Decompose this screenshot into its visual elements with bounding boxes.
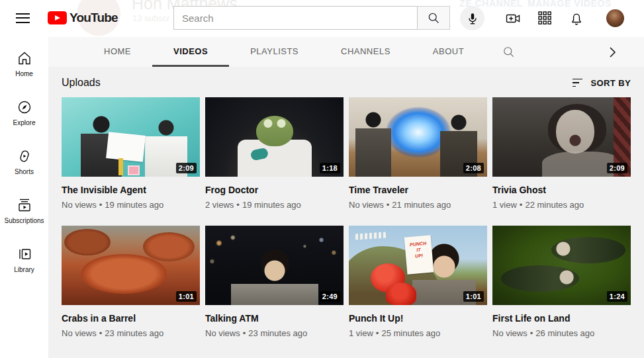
video-card: 1:01 Crabs in a Barrel No views•23 minut… [62,226,200,338]
meta-separator: • [243,328,246,338]
youtube-logo-text: YouTube [69,11,118,25]
notifications-bell-icon [569,11,584,26]
youtube-logo[interactable]: YouTube [48,11,118,25]
video-age: 19 minutes ago [105,200,163,210]
video-duration-badge: 1:01 [463,291,484,302]
video-card: PUNCH IT UP! 1:01 Punch It Up! 1 view•25… [349,226,487,338]
video-title[interactable]: The Invisible Agent [62,185,200,195]
channel-search-button[interactable] [485,37,532,67]
video-thumbnail[interactable]: 2:09 [62,97,200,177]
create-video-button[interactable] [505,11,521,26]
video-meta: No views•19 minutes ago [62,200,200,210]
video-age: 26 minutes ago [535,328,594,338]
search-input[interactable] [173,6,418,30]
thumbnail-art [143,232,195,261]
account-avatar[interactable] [606,9,624,27]
tab-channels[interactable]: CHANNELS [320,37,412,67]
uploads-header: Uploads SORT BY [48,67,644,97]
hollywood-sign-art [355,232,387,240]
create-video-icon [505,11,521,26]
sidebar-item-library[interactable]: Library [0,233,48,282]
masthead-foreground: YouTube [0,0,644,37]
sidebar-item-explore[interactable]: Explore [0,86,48,135]
video-duration-badge: 2:09 [176,163,197,173]
video-views: No views [62,328,97,338]
video-age: 19 minutes ago [242,200,301,210]
masthead: Hon Matthews 13 subscr ZE CHANNEL MANAGE… [0,0,644,37]
sidebar-label: Explore [13,119,36,126]
sort-by-label: SORT BY [590,78,631,88]
microphone-icon [465,11,480,26]
apps-grid-icon [537,11,552,25]
video-age: 22 minutes ago [525,200,584,210]
thumbnail-art [118,158,123,175]
explore-compass-icon [17,99,32,115]
sort-icon [573,79,584,87]
video-title[interactable]: Punch It Up! [349,313,487,324]
tab-about[interactable]: ABOUT [412,37,485,67]
youtube-apps-button[interactable] [537,11,553,26]
video-card: 1:24 First Life on Land No views•26 minu… [492,226,631,338]
meta-separator: • [236,200,240,210]
thumbnail-sign-text: PUNCH IT UP! [404,235,434,274]
video-card: 2:08 Time Traveler No views•21 minutes a… [349,97,487,210]
thumbnail-art [556,110,594,154]
video-duration-badge: 2:08 [463,163,484,173]
hamburger-menu-icon[interactable] [16,13,30,23]
video-thumbnail[interactable]: 1:24 [492,226,631,305]
boxing-glove-art [386,283,416,305]
meta-separator: • [520,200,523,210]
video-title[interactable]: Frog Doctor [205,185,344,195]
video-grid: 2:09 The Invisible Agent No views•19 min… [48,97,644,350]
video-thumbnail[interactable]: 1:01 [62,226,200,305]
video-title[interactable]: Trivia Ghost [492,185,631,195]
video-views: 2 views [205,200,234,210]
video-title[interactable]: Talking ATM [205,313,344,324]
video-duration-badge: 2:49 [320,291,340,302]
video-meta: 1 view•22 minutes ago [492,200,631,210]
youtube-play-icon [48,11,67,24]
channel-content: HOME VIDEOS PLAYLISTS CHANNELS ABOUT Upl… [48,37,644,358]
video-views: No views [62,200,97,210]
video-card: 2:09 Trivia Ghost 1 view•22 minutes ago [492,97,631,210]
video-thumbnail[interactable]: PUNCH IT UP! 1:01 [349,226,487,305]
video-title[interactable]: Time Traveler [349,185,487,195]
tab-home[interactable]: HOME [83,37,152,67]
tab-videos[interactable]: VIDEOS [152,37,229,67]
video-title[interactable]: Crabs in a Barrel [62,313,200,324]
video-meta: 1 view•25 minutes ago [349,328,487,338]
video-meta: 2 views•19 minutes ago [205,200,344,210]
sidebar-label: Library [14,266,34,273]
tab-playlists[interactable]: PLAYLISTS [229,37,320,67]
meta-separator: • [99,200,103,210]
tabs-scroll-right-button[interactable] [600,37,644,67]
video-card: 2:49 Talking ATM No views•23 minutes ago [205,226,344,338]
video-views: 1 view [492,200,517,210]
sidebar-label: Shorts [15,168,34,175]
video-thumbnail[interactable]: 2:49 [205,226,344,305]
search-button[interactable] [418,6,450,30]
video-age: 21 minutes ago [392,200,451,210]
sidebar-item-subscriptions[interactable]: Subscriptions [0,184,48,233]
video-thumbnail[interactable]: 2:08 [349,97,487,177]
sidebar-item-home[interactable]: Home [0,37,48,86]
video-title[interactable]: First Life on Land [492,313,631,324]
thumbnail-art [128,165,140,175]
thumbnail-art [106,132,146,162]
video-age: 25 minutes ago [381,328,440,338]
video-meta: No views•23 minutes ago [62,328,200,338]
meta-separator: • [387,200,390,210]
video-duration-badge: 1:18 [320,163,340,173]
video-thumbnail[interactable]: 1:18 [205,97,344,177]
thumbnail-art [551,237,625,263]
thumbnail-art [256,116,293,146]
voice-search-button[interactable] [460,6,484,30]
thumbnail-art [231,247,318,305]
thumbnail-art [81,254,167,294]
video-thumbnail[interactable]: 2:09 [492,97,631,177]
sort-by-button[interactable]: SORT BY [573,78,631,88]
video-meta: No views•21 minutes ago [349,200,487,210]
thumbnail-art [355,112,391,177]
notifications-button[interactable] [569,11,584,26]
sidebar-item-shorts[interactable]: Shorts [0,135,48,184]
